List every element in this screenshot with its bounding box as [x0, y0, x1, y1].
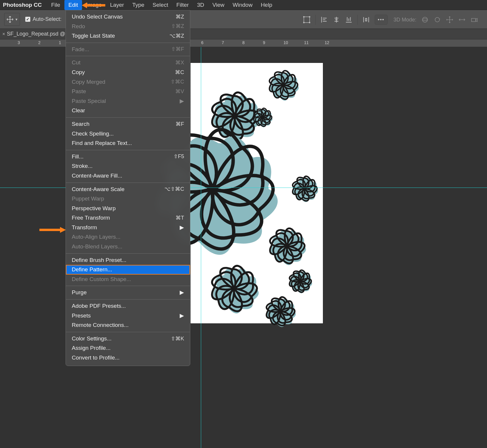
pan-icon[interactable] — [446, 16, 453, 24]
menubar-item-file[interactable]: File — [47, 0, 64, 10]
menu-item-stroke[interactable]: Stroke... — [66, 161, 190, 171]
menu-item-label: Clear — [72, 107, 85, 115]
menu-item-copy[interactable]: Copy⌘C — [66, 68, 190, 77]
menu-item-label: Copy Merged — [72, 78, 105, 86]
menu-item-shortcut: ⌘T — [176, 214, 184, 222]
menu-item-clear[interactable]: Clear — [66, 106, 190, 116]
menu-item-shortcut: ⌘C — [175, 69, 184, 76]
more-options-button[interactable]: ••• — [375, 15, 388, 25]
menu-item-auto-blend-layers: Auto-Blend Layers... — [66, 242, 190, 252]
transform-controls-icon[interactable] — [303, 16, 311, 24]
menu-item-free-transform[interactable]: Free Transform⌘T — [66, 213, 190, 223]
menu-item-content-aware-scale[interactable]: Content-Aware Scale⌥⇧⌘C — [66, 185, 190, 194]
menu-item-define-brush-preset[interactable]: Define Brush Preset... — [66, 255, 190, 265]
menu-item-search[interactable]: Search⌘F — [66, 119, 190, 129]
menu-separator — [66, 56, 190, 56]
svg-rect-3 — [303, 22, 304, 23]
distribute-icon[interactable] — [362, 16, 370, 24]
menu-item-label: Free Transform — [72, 214, 110, 222]
ruler-tick: 12 — [325, 40, 329, 45]
svg-rect-4 — [309, 22, 310, 23]
align-center-h-icon[interactable] — [333, 16, 340, 24]
ruler-tick: 9 — [263, 40, 265, 45]
menubar-item-edit[interactable]: Edit — [64, 0, 82, 10]
menu-item-label: Auto-Align Layers... — [72, 233, 121, 241]
auto-select-label: Auto-Select: — [33, 16, 61, 22]
vertical-guide[interactable] — [201, 47, 201, 448]
menu-item-label: Define Brush Preset... — [72, 256, 126, 264]
menu-item-label: Define Pattern... — [72, 266, 112, 274]
menu-item-transform[interactable]: Transform▶ — [66, 223, 190, 233]
menubar-item-view[interactable]: View — [208, 0, 229, 10]
svg-point-7 — [435, 17, 439, 22]
menu-item-redo: Redo⇧⌘Z — [66, 22, 190, 31]
menu-item-content-aware-fill[interactable]: Content-Aware Fill... — [66, 171, 190, 181]
menu-item-label: Adobe PDF Presets... — [72, 302, 126, 310]
menubar-item-filter[interactable]: Filter — [172, 0, 193, 10]
menu-item-shortcut: ⇧⌘Z — [171, 23, 184, 30]
svg-rect-0 — [304, 17, 310, 23]
menubar-item-help[interactable]: Help — [257, 0, 276, 10]
ruler-tick: 11 — [304, 40, 309, 45]
document-tab-title[interactable]: SF_Logo_Repeat.psd @ 3 — [7, 31, 69, 37]
menu-separator — [66, 150, 190, 150]
submenu-arrow-icon: ▶ — [180, 312, 184, 320]
svg-rect-8 — [471, 19, 476, 22]
move-tool-button[interactable]: ▼ — [4, 13, 20, 26]
menu-item-check-spelling[interactable]: Check Spelling... — [66, 129, 190, 139]
menu-item-paste: Paste⌘V — [66, 87, 190, 96]
align-bottom-icon[interactable] — [345, 16, 353, 24]
menu-item-label: Search — [72, 120, 89, 128]
menu-item-label: Find and Replace Text... — [72, 139, 132, 147]
menu-item-perspective-warp[interactable]: Perspective Warp — [66, 204, 190, 213]
slide-icon[interactable] — [458, 16, 466, 24]
menu-item-undo-select-canvas[interactable]: Undo Select Canvas⌘Z — [66, 12, 190, 22]
menu-item-shortcut: ⌘X — [175, 59, 184, 66]
auto-select-option[interactable]: ✓ Auto-Select: — [25, 16, 61, 22]
camera-icon[interactable] — [471, 16, 478, 24]
menu-item-define-pattern[interactable]: Define Pattern... — [66, 265, 190, 275]
menu-item-toggle-last-state[interactable]: Toggle Last State⌥⌘Z — [66, 31, 190, 41]
svg-rect-1 — [303, 16, 304, 17]
menu-item-assign-profile[interactable]: Assign Profile... — [66, 343, 190, 353]
menu-item-find-and-replace-text[interactable]: Find and Replace Text... — [66, 138, 190, 148]
svg-point-6 — [422, 19, 427, 21]
menu-item-color-settings[interactable]: Color Settings...⇧⌘K — [66, 334, 190, 344]
menubar-item-layer[interactable]: Layer — [106, 0, 128, 10]
menu-item-label: Define Custom Shape... — [72, 275, 131, 283]
close-tab-button[interactable]: × — [2, 31, 5, 37]
menu-item-shortcut: ⇧⌘C — [171, 78, 184, 86]
menu-item-label: Transform — [72, 224, 97, 232]
menu-item-shortcut: ⇧F5 — [174, 153, 184, 160]
annotation-arrow-side — [39, 226, 66, 233]
menu-item-label: Fade... — [72, 46, 89, 54]
divider — [357, 15, 358, 25]
annotation-arrow-top — [82, 2, 105, 9]
menu-item-copy-merged: Copy Merged⇧⌘C — [66, 77, 190, 87]
mode-label: 3D Mode: — [393, 17, 416, 23]
menu-item-shortcut: ⌘F — [176, 121, 184, 128]
menu-item-label: Check Spelling... — [72, 130, 114, 138]
menubar-item-window[interactable]: Window — [229, 0, 257, 10]
ruler-tick: 10 — [283, 40, 288, 45]
ruler-tick: 8 — [242, 40, 245, 45]
menubar-item-select[interactable]: Select — [149, 0, 172, 10]
rotate-icon[interactable] — [433, 16, 441, 24]
menu-item-purge[interactable]: Purge▶ — [66, 288, 190, 297]
menu-item-remote-connections[interactable]: Remote Connections... — [66, 320, 190, 330]
options-right-controls: ••• 3D Mode: — [303, 15, 478, 25]
menu-item-fill[interactable]: Fill...⇧F5 — [66, 152, 190, 162]
align-left-icon[interactable] — [320, 16, 328, 24]
menu-separator — [66, 286, 190, 286]
menubar-item-type[interactable]: Type — [128, 0, 149, 10]
orbit-icon[interactable] — [421, 16, 429, 24]
menu-item-convert-to-profile[interactable]: Convert to Profile... — [66, 353, 190, 363]
menu-separator — [66, 299, 190, 300]
menu-item-label: Purge — [72, 289, 87, 297]
menu-item-presets[interactable]: Presets▶ — [66, 311, 190, 321]
menu-item-label: Content-Aware Scale — [72, 185, 124, 193]
menu-item-adobe-pdf-presets[interactable]: Adobe PDF Presets... — [66, 301, 190, 311]
document-canvas[interactable] — [191, 63, 323, 323]
menu-item-label: Perspective Warp — [72, 205, 116, 213]
menubar-item-3d[interactable]: 3D — [193, 0, 208, 10]
